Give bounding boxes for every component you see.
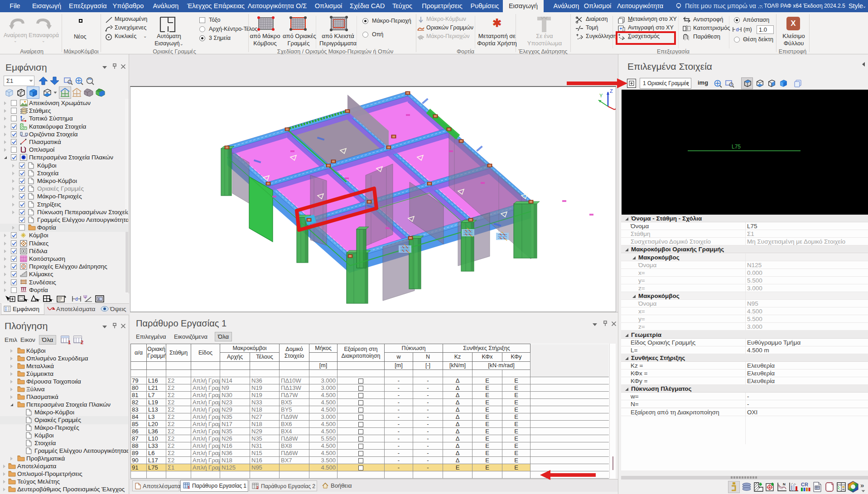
svg-text:E: E: [98, 297, 100, 301]
svg-text:Y: Y: [599, 93, 603, 98]
svg-text:d: d: [736, 27, 739, 32]
svg-text:CR: CR: [801, 482, 808, 487]
svg-text:L75: L75: [732, 144, 741, 150]
svg-text:Ψ: Ψ: [83, 295, 87, 300]
svg-text:d: d: [75, 297, 78, 302]
svg-text:2: 2: [256, 485, 259, 490]
svg-text:1: 1: [68, 340, 71, 345]
svg-text:N: N: [783, 482, 786, 486]
svg-text:1: 1: [188, 485, 190, 489]
svg-text:2: 2: [81, 340, 83, 345]
